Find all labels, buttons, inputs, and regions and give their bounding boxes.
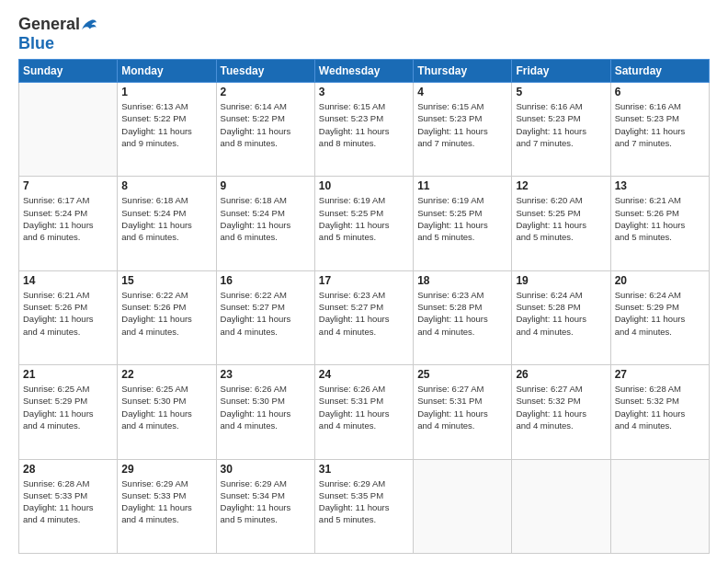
day-info: Sunrise: 6:20 AM Sunset: 5:25 PM Dayligh… (516, 194, 606, 243)
day-info: Sunrise: 6:15 AM Sunset: 5:23 PM Dayligh… (417, 100, 507, 149)
calendar-cell: 16Sunrise: 6:22 AM Sunset: 5:27 PM Dayli… (216, 270, 314, 364)
day-info: Sunrise: 6:29 AM Sunset: 5:35 PM Dayligh… (319, 477, 409, 526)
calendar-cell: 5Sunrise: 6:16 AM Sunset: 5:23 PM Daylig… (512, 83, 610, 177)
day-number: 30 (221, 463, 311, 476)
calendar-week-row: 21Sunrise: 6:25 AM Sunset: 5:29 PM Dayli… (19, 365, 710, 459)
day-number: 12 (516, 179, 606, 192)
day-info: Sunrise: 6:15 AM Sunset: 5:23 PM Dayligh… (319, 100, 409, 149)
day-number: 10 (319, 179, 409, 192)
day-number: 5 (516, 86, 606, 98)
calendar-week-row: 14Sunrise: 6:21 AM Sunset: 5:26 PM Dayli… (19, 270, 710, 364)
day-info: Sunrise: 6:24 AM Sunset: 5:29 PM Dayligh… (615, 289, 705, 338)
day-info: Sunrise: 6:25 AM Sunset: 5:30 PM Dayligh… (121, 383, 211, 431)
calendar-cell: 13Sunrise: 6:21 AM Sunset: 5:26 PM Dayli… (610, 177, 709, 270)
calendar-week-row: 1Sunrise: 6:13 AM Sunset: 5:22 PM Daylig… (19, 83, 710, 177)
calendar-cell: 26Sunrise: 6:27 AM Sunset: 5:32 PM Dayli… (512, 365, 610, 459)
day-number: 27 (615, 368, 705, 381)
day-number: 22 (121, 368, 211, 381)
calendar-cell: 30Sunrise: 6:29 AM Sunset: 5:34 PM Dayli… (216, 459, 314, 553)
day-info: Sunrise: 6:16 AM Sunset: 5:23 PM Dayligh… (615, 100, 705, 149)
calendar-cell: 10Sunrise: 6:19 AM Sunset: 5:25 PM Dayli… (314, 177, 413, 270)
day-info: Sunrise: 6:27 AM Sunset: 5:31 PM Dayligh… (417, 383, 507, 431)
day-number: 4 (417, 86, 507, 98)
day-info: Sunrise: 6:29 AM Sunset: 5:34 PM Dayligh… (221, 477, 311, 526)
day-number: 7 (23, 179, 113, 192)
day-number: 29 (121, 463, 211, 476)
day-number: 28 (23, 463, 113, 476)
day-number: 31 (319, 463, 409, 476)
logo-bird-icon (80, 18, 97, 31)
day-info: Sunrise: 6:26 AM Sunset: 5:30 PM Dayligh… (221, 383, 311, 431)
calendar-cell: 29Sunrise: 6:29 AM Sunset: 5:33 PM Dayli… (118, 459, 216, 553)
calendar-cell: 17Sunrise: 6:23 AM Sunset: 5:27 PM Dayli… (314, 270, 413, 364)
calendar-cell: 8Sunrise: 6:18 AM Sunset: 5:24 PM Daylig… (118, 177, 216, 270)
calendar-cell (414, 459, 512, 553)
day-info: Sunrise: 6:14 AM Sunset: 5:22 PM Dayligh… (221, 100, 311, 149)
day-info: Sunrise: 6:26 AM Sunset: 5:31 PM Dayligh… (319, 383, 409, 431)
day-number: 3 (319, 86, 409, 98)
day-number: 11 (417, 179, 507, 192)
calendar-cell (512, 459, 610, 553)
calendar-cell: 20Sunrise: 6:24 AM Sunset: 5:29 PM Dayli… (610, 270, 709, 364)
day-info: Sunrise: 6:19 AM Sunset: 5:25 PM Dayligh… (417, 194, 507, 243)
calendar-cell: 14Sunrise: 6:21 AM Sunset: 5:26 PM Dayli… (19, 270, 118, 364)
day-number: 18 (417, 274, 507, 287)
calendar-header-row: SundayMondayTuesdayWednesdayThursdayFrid… (19, 60, 710, 83)
day-info: Sunrise: 6:21 AM Sunset: 5:26 PM Dayligh… (23, 289, 113, 338)
day-number: 20 (615, 274, 705, 287)
calendar-cell: 25Sunrise: 6:27 AM Sunset: 5:31 PM Dayli… (414, 365, 512, 459)
day-info: Sunrise: 6:17 AM Sunset: 5:24 PM Dayligh… (23, 194, 113, 243)
calendar-cell: 4Sunrise: 6:15 AM Sunset: 5:23 PM Daylig… (414, 83, 512, 177)
day-info: Sunrise: 6:22 AM Sunset: 5:26 PM Dayligh… (121, 289, 211, 338)
day-header-wednesday: Wednesday (314, 60, 413, 83)
day-number: 23 (221, 368, 311, 381)
calendar-week-row: 7Sunrise: 6:17 AM Sunset: 5:24 PM Daylig… (19, 177, 710, 270)
page: GeneralBlue SundayMondayTuesdayWednesday… (0, 0, 728, 563)
calendar-cell: 19Sunrise: 6:24 AM Sunset: 5:28 PM Dayli… (512, 270, 610, 364)
calendar-cell (610, 459, 709, 553)
calendar-cell: 7Sunrise: 6:17 AM Sunset: 5:24 PM Daylig… (19, 177, 118, 270)
day-info: Sunrise: 6:27 AM Sunset: 5:32 PM Dayligh… (516, 383, 606, 431)
logo-blue: Blue (18, 34, 54, 52)
day-header-tuesday: Tuesday (216, 60, 314, 83)
day-number: 25 (417, 368, 507, 381)
day-header-friday: Friday (512, 60, 610, 83)
day-header-saturday: Saturday (610, 60, 709, 83)
day-info: Sunrise: 6:24 AM Sunset: 5:28 PM Dayligh… (516, 289, 606, 338)
day-info: Sunrise: 6:16 AM Sunset: 5:23 PM Dayligh… (516, 100, 606, 149)
day-info: Sunrise: 6:29 AM Sunset: 5:33 PM Dayligh… (121, 477, 211, 526)
day-info: Sunrise: 6:23 AM Sunset: 5:27 PM Dayligh… (319, 289, 409, 338)
calendar-week-row: 28Sunrise: 6:28 AM Sunset: 5:33 PM Dayli… (19, 459, 710, 553)
day-number: 19 (516, 274, 606, 287)
day-number: 6 (615, 86, 705, 98)
day-header-monday: Monday (118, 60, 216, 83)
day-number: 24 (319, 368, 409, 381)
logo-text: GeneralBlue (18, 15, 97, 53)
day-info: Sunrise: 6:23 AM Sunset: 5:28 PM Dayligh… (417, 289, 507, 338)
day-info: Sunrise: 6:25 AM Sunset: 5:29 PM Dayligh… (23, 383, 113, 431)
day-info: Sunrise: 6:13 AM Sunset: 5:22 PM Dayligh… (121, 100, 211, 149)
calendar-cell: 15Sunrise: 6:22 AM Sunset: 5:26 PM Dayli… (118, 270, 216, 364)
calendar-cell: 21Sunrise: 6:25 AM Sunset: 5:29 PM Dayli… (19, 365, 118, 459)
day-number: 1 (121, 86, 211, 98)
day-number: 9 (221, 179, 311, 192)
calendar-cell: 18Sunrise: 6:23 AM Sunset: 5:28 PM Dayli… (414, 270, 512, 364)
day-number: 26 (516, 368, 606, 381)
day-info: Sunrise: 6:18 AM Sunset: 5:24 PM Dayligh… (221, 194, 311, 243)
calendar-cell: 12Sunrise: 6:20 AM Sunset: 5:25 PM Dayli… (512, 177, 610, 270)
calendar-cell: 1Sunrise: 6:13 AM Sunset: 5:22 PM Daylig… (118, 83, 216, 177)
calendar-cell: 11Sunrise: 6:19 AM Sunset: 5:25 PM Dayli… (414, 177, 512, 270)
calendar-cell: 9Sunrise: 6:18 AM Sunset: 5:24 PM Daylig… (216, 177, 314, 270)
day-number: 21 (23, 368, 113, 381)
day-number: 14 (23, 274, 113, 287)
day-number: 17 (319, 274, 409, 287)
day-number: 15 (121, 274, 211, 287)
day-info: Sunrise: 6:18 AM Sunset: 5:24 PM Dayligh… (121, 194, 211, 243)
day-info: Sunrise: 6:28 AM Sunset: 5:32 PM Dayligh… (615, 383, 705, 431)
calendar-cell: 3Sunrise: 6:15 AM Sunset: 5:23 PM Daylig… (314, 83, 413, 177)
calendar-cell: 27Sunrise: 6:28 AM Sunset: 5:32 PM Dayli… (610, 365, 709, 459)
day-info: Sunrise: 6:28 AM Sunset: 5:33 PM Dayligh… (23, 477, 113, 526)
calendar-table: SundayMondayTuesdayWednesdayThursdayFrid… (18, 59, 710, 554)
calendar-cell: 24Sunrise: 6:26 AM Sunset: 5:31 PM Dayli… (314, 365, 413, 459)
calendar-cell: 31Sunrise: 6:29 AM Sunset: 5:35 PM Dayli… (314, 459, 413, 553)
